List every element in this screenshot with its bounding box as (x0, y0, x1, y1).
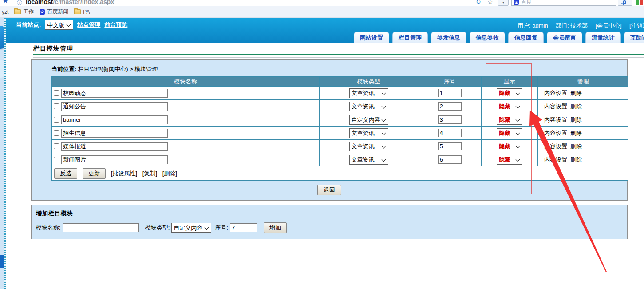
row-checkbox[interactable] (54, 90, 59, 96)
baidu-news-icon (40, 9, 45, 15)
module-type-select[interactable]: 自定义内容 (349, 115, 388, 125)
display-select[interactable]: 隐藏 (497, 155, 522, 165)
order-input[interactable] (438, 89, 462, 97)
display-select[interactable]: 隐藏 (497, 142, 522, 151)
row-checkbox[interactable] (54, 143, 59, 149)
row-checkbox[interactable] (54, 103, 59, 109)
content-settings-link[interactable]: 内容设置 (544, 143, 567, 150)
browser-home-star-icon[interactable]: ★ (2, 0, 8, 5)
table-row: 文章资讯 隐藏 内容设置删除 (52, 127, 628, 140)
module-name-input[interactable] (61, 115, 168, 124)
bookmark-folder-pa[interactable]: PA (74, 9, 90, 15)
module-name-input[interactable] (61, 129, 168, 138)
row-checkbox[interactable] (54, 157, 59, 162)
content-settings-link[interactable]: 内容设置 (544, 103, 567, 110)
content-settings-link[interactable]: 内容设置 (544, 130, 567, 136)
table-row: 文章资讯 隐藏 内容设置删除 (52, 153, 628, 166)
bookmark-yzt[interactable]: yzt (2, 9, 8, 15)
tab-website-settings[interactable]: 网站设置 (354, 32, 389, 43)
extension-icon[interactable] (636, 0, 643, 5)
site-select-wrap: 中文版 (45, 20, 73, 30)
delete-link[interactable]: 删除 (570, 90, 582, 96)
bookmark-baidu-news[interactable]: 百度新闻 (40, 8, 68, 16)
breadcrumb-parent[interactable]: 栏目管理(新闻中心) (78, 66, 128, 72)
return-button[interactable]: 返回 (317, 185, 341, 195)
add-type-label: 模块类型: (145, 224, 170, 232)
display-select[interactable]: 隐藏 (497, 88, 522, 98)
invert-selection-button[interactable]: 反选 (54, 168, 77, 179)
batch-attr-link[interactable]: [批设属性] (111, 170, 137, 177)
module-name-input[interactable] (61, 142, 168, 151)
tab-traffic-stats[interactable]: 流量统计 (585, 32, 621, 43)
tab-issue-info[interactable]: 签发信息 (431, 32, 466, 43)
module-name-input[interactable] (61, 89, 168, 98)
content-settings-link[interactable]: 内容设置 (544, 90, 567, 96)
tab-member-message[interactable]: 会员留言 (547, 32, 582, 43)
module-type-select[interactable]: 文章资讯 (349, 128, 388, 138)
baidu-search-box[interactable]: 百度 (511, 0, 616, 6)
member-center-link[interactable]: [会员中心] (595, 22, 621, 29)
username-link[interactable]: admin (532, 22, 548, 29)
module-name-input[interactable] (61, 102, 168, 111)
breadcrumb: 当前位置: 栏目管理(新闻中心) > 模块管理 (32, 60, 627, 76)
tab-column-manage[interactable]: 栏目管理 (392, 32, 428, 43)
row-checkbox[interactable] (54, 130, 59, 136)
address-dropdown-button[interactable]: ▾ (498, 0, 509, 6)
tab-help-forum[interactable]: 互助论坛 (624, 32, 644, 43)
col-module-name: 模块名称 (52, 77, 320, 87)
add-module-title: 增加栏目模块 (36, 210, 627, 218)
table-row: 文章资讯 隐藏 内容设置删除 (52, 100, 628, 113)
add-name-input[interactable] (63, 223, 139, 232)
col-display: 显示 (482, 77, 538, 87)
module-table: 模块名称 模块类型 序号 显示 管理 文章资讯 隐藏 内容设置删除 (51, 76, 628, 181)
module-type-select[interactable]: 文章资讯 (349, 142, 388, 151)
add-name-label: 模块名称: (36, 224, 61, 232)
logout-link[interactable]: [注销退出] (629, 22, 644, 29)
bookmark-star-icon[interactable]: ☆ (487, 0, 493, 5)
delete-batch-link[interactable]: [删除] (162, 170, 177, 177)
update-button[interactable]: 更新 (83, 168, 106, 179)
module-type-select[interactable]: 文章资讯 (349, 155, 388, 165)
delete-link[interactable]: 删除 (570, 143, 582, 150)
col-manage: 管理 (538, 77, 628, 87)
delete-link[interactable]: 删除 (570, 156, 582, 163)
tab-reply-info[interactable]: 信息回复 (508, 32, 544, 43)
page-content: 栏目模块管理 当前位置: 栏目管理(新闻中心) > 模块管理 模块名称 模块类型… (6, 43, 644, 289)
search-button[interactable] (618, 0, 632, 6)
module-type-select[interactable]: 文章资讯 (349, 102, 388, 111)
module-type-select[interactable]: 文章资讯 (349, 88, 388, 98)
title-underline (33, 54, 644, 55)
display-select[interactable]: 隐藏 (497, 102, 522, 111)
order-input[interactable] (438, 115, 462, 124)
site-info-icon[interactable]: i (17, 0, 22, 5)
tab-receive-info[interactable]: 信息签收 (470, 32, 505, 43)
order-input[interactable] (438, 155, 462, 164)
content-settings-link[interactable]: 内容设置 (544, 116, 567, 123)
add-type-select[interactable]: 自定义内容 (171, 223, 211, 233)
add-order-input[interactable] (230, 223, 257, 232)
refresh-icon[interactable]: ↻ (476, 0, 481, 5)
url-path: /c/master/index.aspx (53, 0, 114, 5)
left-collapsed-panel (0, 18, 6, 289)
bookmark-folder-work[interactable]: 工作 (14, 8, 34, 16)
copy-link[interactable]: [复制] (142, 170, 157, 177)
display-select[interactable]: 隐藏 (497, 115, 522, 125)
order-input[interactable] (438, 102, 462, 111)
order-input[interactable] (438, 129, 462, 137)
delete-link[interactable]: 删除 (570, 116, 582, 123)
table-row: 文章资讯 隐藏 内容设置删除 (52, 87, 628, 100)
order-input[interactable] (438, 142, 462, 150)
url-text[interactable]: localhost/c/master/index.aspx (26, 0, 114, 5)
module-name-input[interactable] (61, 155, 168, 164)
add-button[interactable]: 增加 (264, 222, 287, 233)
delete-link[interactable]: 删除 (570, 103, 582, 110)
delete-link[interactable]: 删除 (570, 130, 582, 136)
front-preview-link[interactable]: 前台预览 (104, 21, 127, 29)
user-info: 用户: admin 部门: 技术部 [会员中心] [注销退出] (518, 22, 644, 30)
site-language-select[interactable]: 中文版 (45, 20, 73, 30)
site-manage-link[interactable]: 站点管理 (77, 21, 100, 29)
row-checkbox[interactable] (54, 117, 59, 123)
content-settings-link[interactable]: 内容设置 (544, 156, 567, 163)
display-select[interactable]: 隐藏 (497, 128, 522, 138)
folder-icon (14, 9, 21, 14)
